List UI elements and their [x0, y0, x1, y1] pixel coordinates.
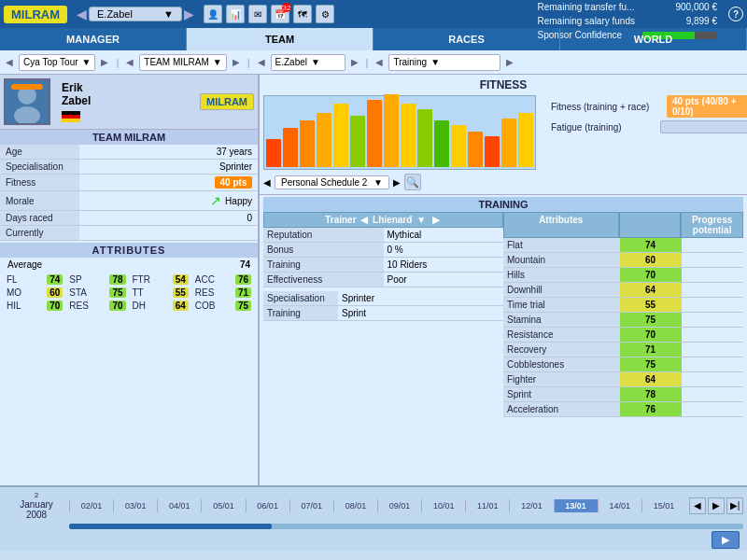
team-dropdown-arrow[interactable]: ▼ [213, 57, 222, 67]
icon-stats[interactable]: 📊 [226, 5, 245, 23]
manager-next-arrow[interactable]: ▶ [184, 7, 194, 21]
icon-mail[interactable]: ✉ [248, 5, 267, 23]
help-button[interactable]: ? [728, 7, 743, 21]
training-content: Trainer ◀ Lhienard ▼ ▶ Reputation Mythic… [263, 212, 743, 417]
fitness-training-label: Fitness (training + race) [551, 102, 663, 112]
timeline-next-btn[interactable]: ▶ [708, 497, 725, 514]
tab-team[interactable]: TEAM [187, 28, 374, 50]
effectiveness-val: Poor [384, 273, 504, 287]
bar-4 [317, 113, 331, 167]
icon-settings[interactable]: ⚙ [316, 5, 334, 23]
salary-value: 9,899 € [639, 14, 721, 28]
schedule-dropdown[interactable]: Personal Schedule 2 ▼ [275, 175, 389, 189]
rider-next-arrow[interactable]: ▶ [351, 57, 359, 67]
icon-calendar[interactable]: 📅32 [271, 5, 289, 23]
tab-races[interactable]: RACES [374, 28, 560, 50]
date-0901[interactable]: 09/01 [377, 499, 421, 512]
date-0801[interactable]: 08/01 [333, 499, 377, 512]
attr-accel-val: 76 [620, 402, 682, 416]
magnifier-button[interactable]: 🔍 [404, 174, 421, 190]
team-next-arrow[interactable]: ▶ [233, 57, 240, 67]
team-prev-arrow[interactable]: ◀ [126, 57, 134, 67]
view-next-arrow[interactable]: ▶ [506, 57, 514, 67]
trainer-dropdown-arrow[interactable]: ▼ [416, 215, 426, 225]
days-label: Days raced [0, 211, 79, 226]
spec-label2: Specialisation [263, 291, 338, 305]
manager-name-bar[interactable]: E.Zabel ▼ [89, 7, 182, 21]
date-1001[interactable]: 10/01 [421, 499, 465, 512]
team-dropdown[interactable]: TEAM MILRAM ▼ [139, 54, 226, 71]
tour-dropdown-arrow[interactable]: ▼ [82, 57, 92, 67]
attr-mo: MO60 [4, 287, 65, 299]
schedule-prev-arrow[interactable]: ◀ [263, 177, 271, 188]
manager-dropdown-arrow[interactable]: ▼ [163, 8, 174, 20]
trainer-header-row: Trainer ◀ Lhienard ▼ ▶ [263, 212, 503, 228]
training-section: TRAINING Trainer ◀ Lhienard ▼ ▶ R [260, 195, 747, 419]
fitness-title: FITNESS [263, 78, 743, 91]
view-dropdown-arrow[interactable]: ▼ [430, 57, 440, 67]
attr-accel-prog [682, 402, 743, 416]
date-0501[interactable]: 05/01 [201, 499, 245, 512]
rider-dropdown[interactable]: E.Zabel ▼ [271, 54, 345, 71]
schedule-dropdown-arrow[interactable]: ▼ [374, 177, 383, 188]
spec-row2: Specialisation Sprinter [263, 291, 503, 306]
date-1201[interactable]: 12/01 [509, 499, 553, 512]
attr-downhill-row: Downhill 64 [503, 283, 743, 298]
rider-photo [4, 78, 50, 125]
bar-9 [401, 104, 416, 167]
date-1101[interactable]: 11/01 [465, 499, 509, 512]
date-1501[interactable]: 15/01 [641, 499, 685, 512]
rider-dropdown-arrow[interactable]: ▼ [311, 57, 320, 67]
rider-prev-arrow[interactable]: ◀ [258, 57, 265, 67]
attributes-section: ATTRIBUTES Average 74 FL74 SP78 FTR54 AC… [0, 241, 258, 315]
icon-profile[interactable]: 👤 [204, 5, 222, 23]
icon-map[interactable]: 🗺 [293, 5, 312, 23]
attr-grid: FL74 SP78 FTR54 ACC76 MO60 STA75 TT55 RE… [0, 272, 258, 314]
tab-world[interactable]: WORLD [560, 28, 747, 50]
date-1401[interactable]: 14/01 [598, 499, 641, 512]
timeline-prev-btn[interactable]: ◀ [689, 497, 706, 514]
schedule-next-arrow[interactable]: ▶ [393, 177, 401, 188]
date-0201[interactable]: 02/01 [69, 499, 113, 512]
attr-hil: HIL70 [4, 300, 65, 312]
attr-ftr: FTR54 [130, 273, 191, 286]
tour-prev-arrow[interactable]: ◀ [6, 57, 13, 67]
play-button[interactable]: ▶ [712, 531, 740, 549]
trainer-next-arrow[interactable]: ▶ [432, 215, 440, 225]
date-0301[interactable]: 03/01 [113, 499, 157, 512]
effectiveness-label: Effectiveness [263, 273, 384, 287]
rider-flag [62, 111, 80, 122]
tab-manager[interactable]: MANAGER [0, 28, 187, 50]
date-label: 2 January 2008 [4, 487, 69, 524]
attr-res3: RES70 [66, 300, 128, 312]
attr-cobblestones-prog [682, 357, 743, 371]
fitness-info: Fitness (training + race) 40 pts (40/80 … [551, 95, 747, 136]
trainer-prev-arrow[interactable]: ◀ [360, 215, 368, 225]
age-val: 37 years [79, 145, 258, 160]
attr-timetrial-val: 55 [620, 298, 682, 312]
attr-resistance-prog [682, 328, 743, 342]
tour-next-arrow[interactable]: ▶ [101, 57, 108, 67]
training2-label: Training [263, 306, 338, 320]
date-0701[interactable]: 07/01 [289, 499, 333, 512]
manager-prev-arrow[interactable]: ◀ [77, 7, 87, 21]
attr-accel-name: Acceleration [503, 402, 620, 416]
view-prev-arrow[interactable]: ◀ [375, 57, 383, 67]
fatigue-bar-container [660, 120, 747, 133]
attr-accel-row: Acceleration 76 [503, 402, 743, 417]
attr-flat-prog [682, 238, 743, 252]
fitness-training-val: 40 pts (40/80 + 0/10) [667, 95, 747, 118]
date-0401[interactable]: 04/01 [157, 499, 201, 512]
tour-dropdown[interactable]: Cya Top Tour ▼ [19, 54, 95, 71]
reputation-label: Reputation [263, 228, 384, 242]
training-riders-label: Training [263, 258, 384, 272]
attr-sp: SP78 [66, 273, 128, 286]
date-1301[interactable]: 13/01 [554, 499, 598, 512]
timeline-end-btn[interactable]: ▶| [726, 497, 743, 514]
date-0601[interactable]: 06/01 [246, 499, 289, 512]
attr-resistance-name: Resistance [503, 328, 620, 342]
attributes-right: Attributes Progress potential Flat 74 Mo… [503, 212, 743, 417]
attr-recovery-prog [682, 343, 743, 357]
bottom-area: 2 January 2008 02/01 03/01 04/01 05/01 0… [0, 485, 747, 551]
view-dropdown[interactable]: Training ▼ [388, 54, 500, 71]
